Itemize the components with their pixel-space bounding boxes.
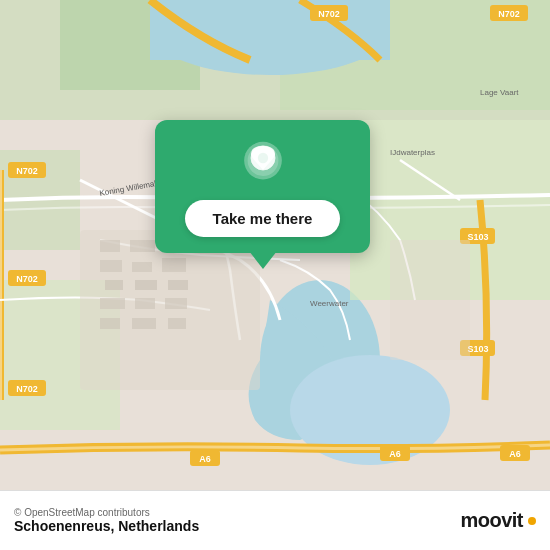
svg-rect-51 xyxy=(390,240,470,360)
svg-rect-42 xyxy=(105,280,123,290)
map-attribution: © OpenStreetMap contributors xyxy=(14,507,199,518)
svg-rect-50 xyxy=(168,318,186,329)
svg-text:Lage Vaart: Lage Vaart xyxy=(480,88,519,97)
svg-text:A6: A6 xyxy=(199,454,211,464)
svg-rect-49 xyxy=(132,318,156,329)
moovit-logo-text: moovit xyxy=(460,509,523,532)
svg-rect-43 xyxy=(135,280,157,290)
svg-text:A6: A6 xyxy=(389,449,401,459)
svg-text:N702: N702 xyxy=(318,9,340,19)
svg-rect-47 xyxy=(165,298,187,309)
svg-rect-46 xyxy=(135,298,155,309)
take-me-there-button[interactable]: Take me there xyxy=(185,200,341,237)
svg-rect-40 xyxy=(132,262,152,272)
svg-rect-35 xyxy=(80,230,260,390)
svg-rect-48 xyxy=(100,318,120,329)
location-popup: Take me there xyxy=(155,120,370,253)
svg-text:N702: N702 xyxy=(498,9,520,19)
svg-text:S103: S103 xyxy=(467,232,488,242)
svg-text:N702: N702 xyxy=(16,166,38,176)
svg-text:IJdwaterplas: IJdwaterplas xyxy=(390,148,435,157)
svg-text:Weerwater: Weerwater xyxy=(310,299,349,308)
moovit-logo-dot xyxy=(528,517,536,525)
svg-rect-44 xyxy=(168,280,188,290)
svg-rect-37 xyxy=(130,240,155,252)
moovit-logo: moovit xyxy=(460,509,536,532)
svg-text:S103: S103 xyxy=(467,344,488,354)
location-name: Schoenenreus, Netherlands xyxy=(14,518,199,534)
svg-rect-45 xyxy=(100,298,125,309)
svg-rect-36 xyxy=(100,240,120,252)
map-pin-icon xyxy=(239,140,287,188)
svg-text:A6: A6 xyxy=(509,449,521,459)
svg-rect-39 xyxy=(100,260,122,272)
map-container: N702 N702 N702 N702 N702 S103 S103 A6 A6… xyxy=(0,0,550,490)
svg-text:N702: N702 xyxy=(16,384,38,394)
svg-text:N702: N702 xyxy=(16,274,38,284)
location-info: © OpenStreetMap contributors Schoenenreu… xyxy=(14,507,199,534)
bottom-bar: © OpenStreetMap contributors Schoenenreu… xyxy=(0,490,550,550)
svg-rect-41 xyxy=(162,258,186,272)
